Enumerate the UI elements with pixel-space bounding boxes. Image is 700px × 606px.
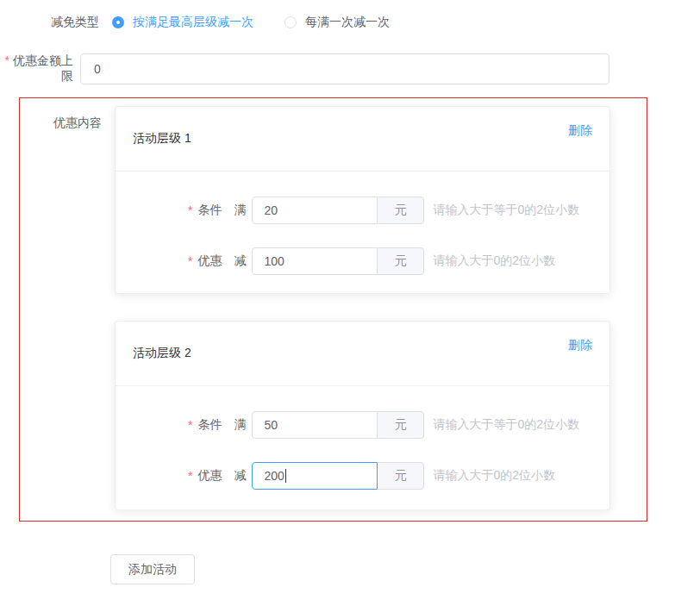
radio-option-label[interactable]: 按满足最高层级减一次 — [133, 15, 253, 30]
tier-card-body: * 条件 满 元 请输入大于等于0的2位小数 * 优惠 减 元 — [116, 172, 609, 275]
condition-word: 满 — [234, 417, 246, 433]
discount-input-group: 元 — [252, 247, 424, 275]
tier-title: 活动层级 2 — [133, 346, 191, 361]
condition-input[interactable] — [252, 197, 378, 224]
radio-selected-icon[interactable] — [112, 16, 124, 28]
tier-card-header: 活动层级 1 删除 — [116, 107, 609, 172]
input-hint: 请输入大于0的2位小数 — [433, 253, 555, 269]
radio-option-every-time[interactable]: 每满一次减一次 — [284, 15, 390, 30]
unit-suffix: 元 — [378, 247, 424, 275]
unit-suffix: 元 — [378, 462, 424, 490]
input-hint: 请输入大于0的2位小数 — [433, 468, 555, 484]
discount-content-label: 优惠内容 — [20, 116, 102, 131]
discount-word: 减 — [234, 468, 246, 484]
discount-content-error-box: 优惠内容 活动层级 1 删除 * 条件 满 元 请输入大于等于0的2位小数 — [19, 97, 647, 522]
condition-row: * 条件 满 元 请输入大于等于0的2位小数 — [188, 197, 609, 224]
delete-link[interactable]: 删除 — [568, 338, 592, 353]
radio-unselected-icon[interactable] — [284, 16, 297, 28]
discount-label: 优惠 — [197, 253, 222, 269]
amount-limit-row: *优惠金额上限 — [0, 53, 609, 85]
add-activity-button[interactable]: 添加活动 — [110, 554, 195, 584]
discount-type-row: 减免类型 按满足最高层级减一次 每满一次减一次 — [0, 10, 390, 34]
tier-card-1: 活动层级 1 删除 * 条件 满 元 请输入大于等于0的2位小数 * 优惠 — [115, 106, 610, 294]
discount-row: * 优惠 减 元 请输入大于0的2位小数 — [188, 247, 609, 275]
delete-link[interactable]: 删除 — [568, 123, 592, 139]
discount-input-focused[interactable] — [252, 462, 378, 490]
condition-label: 条件 — [197, 203, 222, 218]
discount-label: 优惠 — [197, 468, 222, 484]
required-star: * — [188, 418, 192, 432]
amount-limit-label: *优惠金额上限 — [0, 53, 73, 84]
required-star: * — [188, 469, 192, 483]
discount-input-group: 元 — [252, 462, 424, 490]
condition-input-group: 元 — [252, 197, 424, 224]
condition-word: 满 — [234, 203, 246, 218]
input-hint: 请输入大于等于0的2位小数 — [433, 203, 579, 218]
condition-row: * 条件 满 元 请输入大于等于0的2位小数 — [188, 411, 609, 439]
condition-label: 条件 — [197, 417, 222, 433]
text-cursor — [285, 469, 286, 483]
tier-card-header: 活动层级 2 删除 — [116, 322, 609, 386]
tier-card-body: * 条件 满 元 请输入大于等于0的2位小数 * 优惠 减 — [116, 386, 609, 490]
required-star: * — [188, 254, 192, 268]
discount-input[interactable] — [252, 247, 378, 275]
discount-type-label: 减免类型 — [0, 15, 99, 30]
discount-row: * 优惠 减 元 请输入大于0的2位小数 — [188, 462, 609, 490]
radio-option-highest-tier[interactable]: 按满足最高层级减一次 — [112, 15, 253, 30]
condition-input-group: 元 — [252, 411, 424, 439]
amount-limit-input[interactable] — [80, 53, 609, 84]
condition-input[interactable] — [252, 411, 378, 439]
discount-word: 减 — [234, 253, 246, 269]
discount-form: 减免类型 按满足最高层级减一次 每满一次减一次 *优惠金额上限 优惠内容 活动层… — [0, 0, 700, 606]
radio-option-label[interactable]: 每满一次减一次 — [305, 15, 390, 30]
required-star: * — [5, 53, 9, 67]
unit-suffix: 元 — [378, 411, 424, 439]
tier-title: 活动层级 1 — [133, 131, 191, 147]
required-star: * — [188, 203, 192, 217]
unit-suffix: 元 — [378, 197, 424, 224]
input-hint: 请输入大于等于0的2位小数 — [433, 417, 579, 433]
tier-card-2: 活动层级 2 删除 * 条件 满 元 请输入大于等于0的2位小数 * 优惠 — [115, 321, 610, 510]
